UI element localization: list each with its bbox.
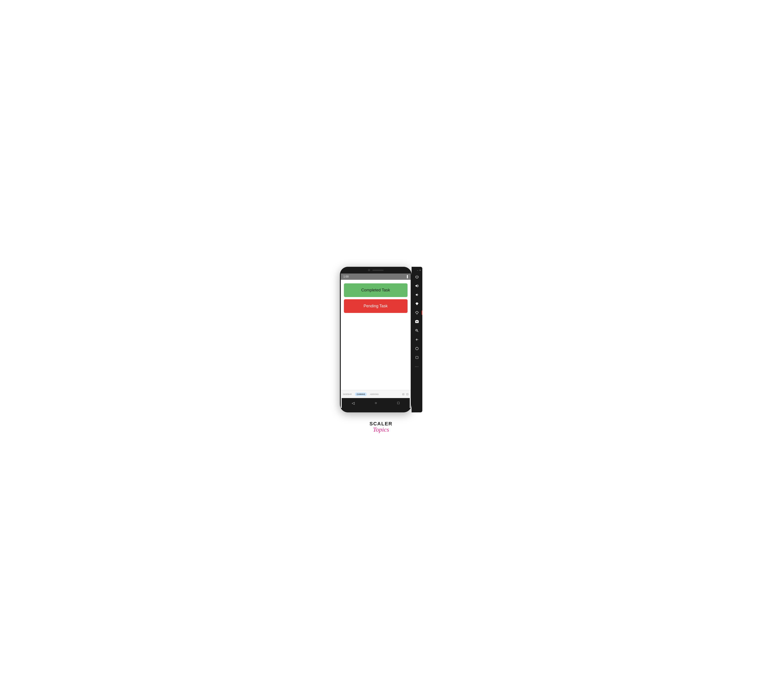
- phone-bottom: [340, 408, 412, 412]
- battery-icon: ▐: [406, 275, 408, 278]
- volume-up-icon[interactable]: [412, 281, 422, 290]
- tab-icons: ⊟ ⊡: [402, 393, 408, 396]
- side-toolbar: – ✕: [412, 267, 422, 412]
- close-button[interactable]: ✕: [419, 269, 421, 272]
- volume-down-icon[interactable]: [412, 290, 422, 299]
- phone-screen: 1:00 ▐ Completed Task Pending Task SIDEB…: [341, 273, 411, 408]
- minimize-button[interactable]: –: [417, 269, 418, 272]
- power-icon[interactable]: [412, 272, 422, 281]
- phone-speaker: [372, 270, 383, 271]
- tab-icon-1: ⊟: [402, 393, 404, 396]
- pending-task-button[interactable]: Pending Task: [344, 299, 408, 313]
- circle-nav-icon[interactable]: [412, 344, 422, 353]
- status-bar: 1:00 ▐: [341, 273, 411, 280]
- logo-scaler-text: SCALER: [369, 421, 392, 426]
- diamond-outline-icon[interactable]: [412, 308, 422, 317]
- tab-icon-2: ⊡: [406, 393, 408, 396]
- tab-canvas[interactable]: CANVAS: [355, 392, 367, 396]
- nav-square-button[interactable]: □: [397, 401, 399, 405]
- zoom-in-icon[interactable]: [412, 326, 422, 335]
- square-nav-icon[interactable]: [412, 353, 422, 362]
- nav-back-button[interactable]: ◁: [352, 401, 354, 405]
- more-icon[interactable]: ···: [412, 362, 422, 371]
- phone-nav-bar: ◁ ○ □: [342, 398, 410, 408]
- phone-top-bar: [340, 267, 412, 273]
- svg-point-0: [416, 347, 418, 350]
- window-controls: – ✕: [412, 268, 422, 272]
- phone-camera: [368, 269, 370, 271]
- diamond-fill-icon[interactable]: [412, 299, 422, 308]
- toolbar-icons: ···: [412, 272, 422, 371]
- phone-device: 1:00 ▐ Completed Task Pending Task SIDEB…: [340, 267, 412, 412]
- camera-icon[interactable]: [412, 317, 422, 326]
- completed-task-button[interactable]: Completed Task: [344, 283, 408, 297]
- scene: 1:00 ▐ Completed Task Pending Task SIDEB…: [340, 267, 422, 412]
- tab-items: SIDEBAR CANVAS ADDONS: [343, 392, 379, 396]
- tab-addons[interactable]: ADDONS: [370, 393, 379, 395]
- tab-sidebar[interactable]: SIDEBAR: [343, 393, 352, 395]
- logo-topics-text: Topics: [369, 426, 392, 433]
- back-triangle-icon[interactable]: [412, 335, 422, 344]
- status-time: 1:00: [343, 275, 349, 278]
- logo-section: SCALER Topics: [369, 421, 392, 433]
- phone-tab-bar: SIDEBAR CANVAS ADDONS ⊟ ⊡: [341, 390, 411, 398]
- nav-home-button[interactable]: ○: [375, 401, 377, 405]
- app-content: Completed Task Pending Task: [341, 280, 411, 390]
- svg-rect-1: [416, 356, 418, 359]
